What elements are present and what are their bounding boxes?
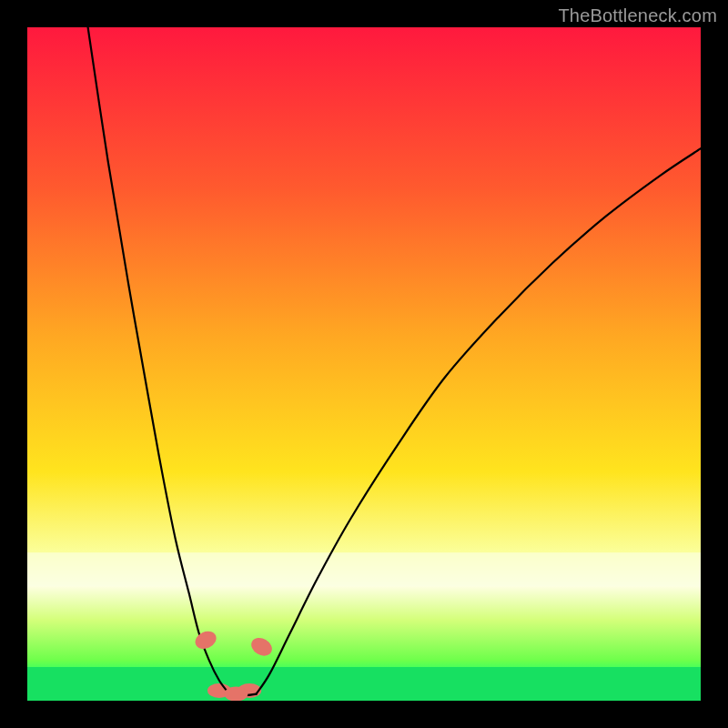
plot-area: [27, 27, 701, 701]
chart-frame: TheBottleneck.com: [0, 0, 728, 728]
green-band: [27, 667, 701, 701]
chart-svg: [27, 27, 701, 701]
marker-m3: [224, 687, 248, 701]
watermark-label: TheBottleneck.com: [558, 5, 717, 26]
gradient-background: [27, 27, 701, 701]
whitish-band: [27, 552, 701, 586]
